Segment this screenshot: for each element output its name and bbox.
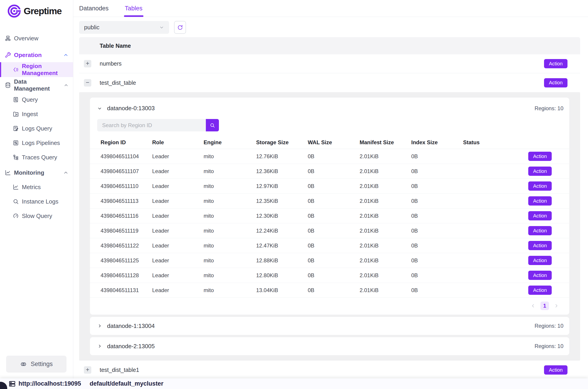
chevron-up-icon[interactable]	[64, 82, 68, 88]
sidebar-item-label: Instance Logs	[22, 198, 58, 205]
region-cell: 4398046511110	[100, 183, 152, 189]
sidebar-item-region-management[interactable]: Region Management	[0, 62, 73, 77]
action-button[interactable]: Action	[528, 166, 552, 176]
expand-toggle[interactable]: +	[84, 60, 91, 67]
region-status-cell: Action	[463, 181, 569, 191]
action-button[interactable]: Action	[528, 241, 552, 250]
sidebar-item-overview[interactable]: Overview	[0, 31, 73, 46]
tab-datanodes[interactable]: Datanodes	[79, 0, 109, 17]
sidebar-item-monitoring[interactable]: Monitoring	[0, 165, 73, 180]
region-status-cell: Action	[463, 196, 569, 206]
table-row-test-dist-table1: + test_dist_table1 Action	[79, 361, 580, 380]
brand-logo[interactable]: Greptime	[0, 0, 73, 18]
main-scroll-area: public Table Name + numbers	[73, 17, 588, 380]
region-cell: 2.01KiB	[359, 287, 411, 293]
sidebar-item-label: Region Management	[22, 63, 68, 77]
action-button[interactable]: Action	[544, 365, 567, 375]
region-cell: mito	[204, 257, 256, 264]
datanode-header[interactable]: datanode-0:13003 Regions: 10	[90, 97, 569, 119]
region-search-button[interactable]	[206, 119, 219, 131]
region-cell: 12.88KiB	[256, 257, 308, 264]
sidebar-item-logs-query[interactable]: Logs Query	[0, 121, 73, 136]
action-button[interactable]: Action	[528, 211, 552, 220]
region-cell: 4398046511125	[100, 257, 152, 264]
settings-button[interactable]: Settings	[6, 356, 66, 373]
datanode-header[interactable]: datanode-2:13005 Regions: 10	[90, 337, 569, 355]
regions-count: Regions: 10	[535, 343, 563, 349]
datanodes-panel: datanode-0:13003 Regions: 10	[79, 92, 580, 361]
action-button[interactable]: Action	[528, 226, 552, 235]
action-button[interactable]: Action	[528, 256, 552, 265]
cluster-name: default/default_mycluster	[90, 380, 163, 387]
sidebar-item-label: Metrics	[22, 184, 41, 191]
sidebar-item-label: Slow Query	[22, 213, 52, 220]
page-number[interactable]: 1	[540, 302, 549, 310]
collapse-toggle[interactable]: −	[84, 79, 91, 87]
region-cell: 13.04KiB	[256, 287, 308, 293]
sidebar-item-slow-query[interactable]: Slow Query	[0, 209, 73, 223]
sidebar-item-label: Overview	[14, 35, 38, 42]
region-cell: 12.76KiB	[256, 153, 308, 160]
region-cell: 0B	[411, 183, 463, 189]
region-table-row: 4398046511116Leadermito12.30KiB0B2.01KiB…	[90, 208, 569, 223]
region-table-row: 4398046511113Leadermito12.35KiB0B2.01KiB…	[90, 194, 569, 208]
region-cell: 2.01KiB	[359, 168, 411, 174]
settings-icon	[20, 361, 27, 368]
region-cell: Leader	[152, 213, 204, 219]
refresh-button[interactable]	[174, 21, 186, 34]
action-button[interactable]: Action	[528, 196, 552, 206]
sidebar-item-operation[interactable]: Operation	[0, 48, 73, 62]
region-cell: Leader	[152, 168, 204, 174]
sidebar-item-ingest[interactable]: Ingest	[0, 107, 73, 121]
region-cell: Leader	[152, 272, 204, 279]
region-cell: mito	[204, 287, 256, 293]
sidebar-item-query[interactable]: Query	[0, 92, 73, 107]
wrench-icon	[5, 52, 11, 58]
action-button[interactable]: Action	[528, 286, 552, 295]
table-row-numbers: + numbers Action	[79, 54, 580, 73]
datanode-title: datanode-1:13004	[107, 323, 155, 329]
brand-name: Greptime	[24, 6, 62, 16]
action-button[interactable]: Action	[528, 152, 552, 161]
region-cell: 4398046511116	[100, 213, 152, 219]
sidebar-item-instance-logs[interactable]: Instance Logs	[0, 194, 73, 209]
col-storage-size: Storage Size	[256, 139, 308, 146]
region-search-input[interactable]	[97, 119, 206, 131]
chevron-up-icon[interactable]	[63, 52, 68, 58]
action-button[interactable]: Action	[544, 78, 567, 87]
region-cell: 2.01KiB	[359, 213, 411, 219]
action-button[interactable]: Action	[528, 181, 552, 191]
chevron-up-icon[interactable]	[63, 170, 68, 175]
region-table-row: 4398046511104Leadermito12.76KiB0B2.01KiB…	[90, 149, 569, 164]
region-cell: 0B	[308, 243, 359, 249]
server-icon	[9, 380, 16, 388]
sidebar-item-label: Traces Query	[22, 154, 57, 161]
region-status-cell: Action	[463, 226, 569, 235]
page-prev-icon[interactable]	[530, 303, 536, 309]
tab-tables[interactable]: Tables	[125, 0, 142, 17]
gauge-icon	[13, 213, 19, 219]
region-cell: 2.01KiB	[359, 183, 411, 189]
region-cell: mito	[204, 183, 256, 189]
table-name: test_dist_table	[100, 80, 136, 86]
datanode-header[interactable]: datanode-1:13004 Regions: 10	[90, 317, 569, 335]
action-button[interactable]: Action	[528, 271, 552, 280]
sidebar-item-traces-query[interactable]: Traces Query	[0, 150, 73, 164]
schema-select[interactable]: public	[79, 21, 169, 34]
sidebar-item-metrics[interactable]: Metrics	[0, 180, 73, 194]
sidebar-item-logs-pipelines[interactable]: Logs Pipelines	[0, 136, 73, 150]
region-status-cell: Action	[463, 166, 569, 176]
chart-line-icon	[5, 169, 11, 176]
chevron-down-icon	[97, 105, 102, 111]
region-cell: Leader	[152, 243, 204, 249]
action-button[interactable]: Action	[544, 59, 567, 68]
shell: Greptime Overview Operation	[0, 0, 588, 378]
expand-toggle[interactable]: +	[84, 366, 91, 374]
region-cell: 12.47KiB	[256, 243, 308, 249]
overview-icon	[5, 35, 11, 41]
region-cell: 12.97KiB	[256, 183, 308, 189]
table-list-header: Table Name	[79, 37, 580, 54]
sidebar-item-data-management[interactable]: Data Management	[0, 78, 73, 92]
table-row-test-dist-table: − test_dist_table Action	[79, 73, 580, 92]
page-next-icon[interactable]	[554, 303, 559, 309]
